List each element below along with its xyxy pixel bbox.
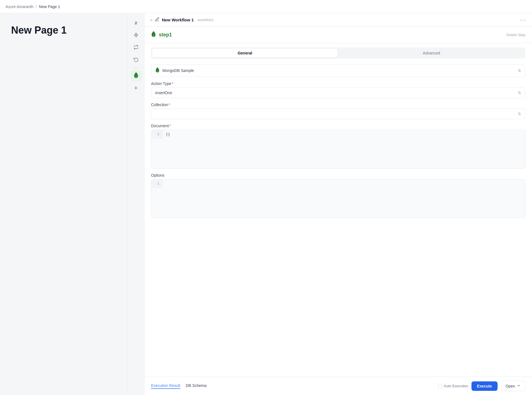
action-type-arrows-icon: ⇅	[518, 91, 521, 95]
open-button[interactable]: Open	[501, 381, 525, 391]
tab-advanced[interactable]: Advanced	[339, 49, 524, 58]
open-button-label: Open	[506, 384, 515, 388]
panel-header: » New Workflow 1 workflow1 ···	[144, 13, 532, 27]
options-label: Options	[151, 173, 525, 178]
tab-bar: General Advanced	[151, 48, 525, 59]
document-line-number-1: 1	[151, 130, 162, 139]
left-panel: New Page 1 #	[0, 13, 144, 395]
toolbar-divider	[133, 68, 139, 68]
breadcrumb-page[interactable]: New Page 1	[39, 4, 60, 9]
toolbar-transform-button[interactable]	[131, 42, 142, 53]
auto-execution-toggle[interactable]: Auto Execution	[438, 384, 468, 388]
options-code-content[interactable]	[162, 179, 525, 213]
footer-tab-execution-result[interactable]: Execution Result	[151, 383, 180, 389]
delete-step-button[interactable]: Delete Step	[506, 33, 525, 37]
open-chevron-icon	[517, 384, 521, 388]
collection-label: Collection *	[151, 102, 525, 107]
options-code-line-1: 1	[151, 179, 525, 213]
expand-chevron-icon[interactable]: »	[150, 18, 152, 22]
step-panel: step1 Delete Step General Advanced	[144, 27, 532, 377]
form-content: MongoDB Sample ⇅ Action Type * insertOne…	[144, 59, 532, 224]
document-code-line-1: 1 {}	[151, 130, 525, 163]
footer-right: Auto Execution Execute Open	[438, 381, 525, 391]
panel-footer: Execution Result DB Schema Auto Executio…	[144, 377, 532, 395]
document-required-star: *	[169, 124, 171, 128]
document-editor[interactable]: 1 {}	[151, 130, 525, 169]
document-label: Document *	[151, 124, 525, 128]
tab-general[interactable]: General	[152, 49, 338, 58]
options-editor[interactable]: 1	[151, 179, 525, 218]
footer-tab-db-schema[interactable]: DB Schema	[186, 383, 207, 389]
action-type-label: Action Type *	[151, 81, 525, 86]
breadcrumb-separator: /	[36, 4, 37, 9]
panel-menu-button[interactable]: ···	[520, 17, 526, 23]
options-group: Options 1	[151, 173, 525, 218]
mongo-leaf-icon	[134, 72, 139, 80]
document-group: Document * 1 {}	[151, 124, 525, 169]
workflow-id: workflow1	[198, 18, 214, 22]
add-icon: +	[134, 84, 138, 92]
right-panel: » New Workflow 1 workflow1 ···	[144, 13, 532, 395]
db-selector-icon	[155, 67, 160, 74]
step-name: step1	[159, 32, 172, 38]
transform-icon	[134, 45, 139, 51]
page-title: New Page 1	[11, 24, 133, 36]
action-type-required-star: *	[172, 81, 173, 86]
toolbar-history-button[interactable]	[131, 54, 142, 66]
db-selector-arrows-icon: ⇅	[518, 68, 521, 73]
svg-marker-0	[134, 33, 138, 37]
step-mongo-icon	[151, 31, 156, 38]
db-selector-text: MongoDB Sample	[162, 68, 515, 73]
collection-group: Collection * ⇅	[151, 102, 525, 119]
main-layout: New Page 1 #	[0, 13, 532, 395]
workflow-icon	[155, 17, 160, 23]
collection-select[interactable]: ⇅	[151, 109, 525, 119]
toolbar-mongo-button[interactable]	[131, 70, 142, 81]
action-type-group: Action Type * insertOne ⇅	[151, 81, 525, 98]
toolbar-hash-button[interactable]: #	[131, 18, 142, 29]
top-nav: Azure Amaranth / New Page 1	[0, 0, 532, 13]
options-line-number-1: 1	[151, 179, 162, 188]
execute-button[interactable]: Execute	[471, 381, 498, 391]
hash-icon: #	[135, 21, 137, 26]
workflow-name: New Workflow 1	[162, 18, 194, 22]
collection-arrows-icon: ⇅	[518, 112, 521, 116]
action-type-select[interactable]: insertOne ⇅	[151, 88, 525, 98]
action-type-value: insertOne	[155, 91, 515, 95]
toolbar-add-button[interactable]: +	[131, 82, 142, 94]
auto-execution-checkbox[interactable]	[438, 384, 442, 388]
document-code-content[interactable]: {}	[162, 130, 525, 163]
breadcrumb-app[interactable]: Azure Amaranth	[6, 4, 33, 9]
step-header-left: step1	[151, 31, 172, 38]
panel-header-left: » New Workflow 1 workflow1	[150, 17, 214, 23]
footer-tabs: Execution Result DB Schema	[151, 383, 433, 389]
collection-required-star: *	[169, 102, 170, 107]
step-header: step1 Delete Step	[144, 27, 532, 43]
db-selector[interactable]: MongoDB Sample ⇅	[151, 64, 525, 77]
history-icon	[134, 57, 139, 63]
auto-execution-label: Auto Execution	[444, 384, 468, 388]
toolbar-bolt-button[interactable]	[131, 30, 142, 41]
bolt-icon	[134, 32, 139, 39]
side-toolbar: #	[127, 13, 144, 395]
